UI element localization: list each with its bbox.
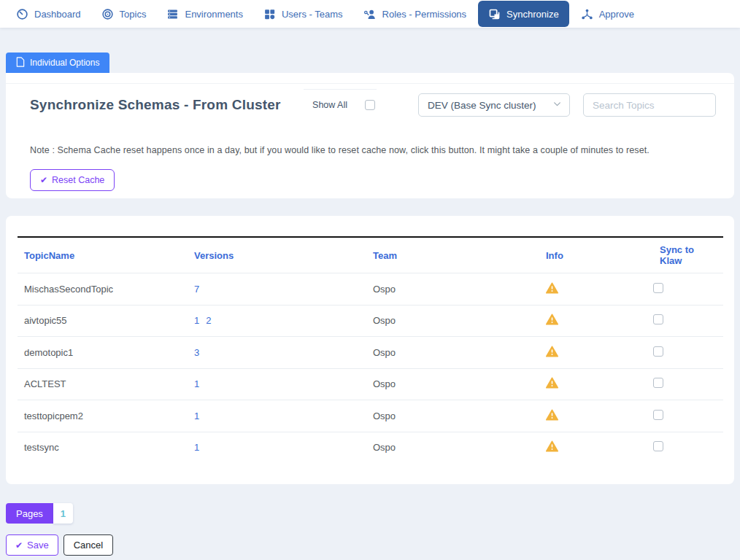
- version-link[interactable]: 1: [194, 442, 199, 453]
- cancel-button[interactable]: Cancel: [63, 534, 113, 556]
- approve-icon: [581, 8, 593, 20]
- chevron-down-icon: [552, 99, 562, 111]
- tab-label: Individual Options: [30, 58, 99, 68]
- save-label: Save: [27, 540, 49, 551]
- versions-cell: 1: [194, 378, 373, 389]
- form-actions: ✔ Save Cancel: [6, 534, 734, 556]
- versions-cell: 1: [194, 442, 373, 453]
- versions-cell: 12: [194, 315, 373, 326]
- table-row: demotopic1 3 Ospo: [18, 336, 723, 368]
- table-row: testtopicpem2 1 Ospo: [18, 400, 723, 432]
- synchronize-icon: [488, 8, 501, 20]
- pagination: Pages 1: [6, 503, 734, 524]
- warning-icon[interactable]: [546, 409, 558, 421]
- nav-item-dashboard[interactable]: Dashboard: [6, 1, 91, 27]
- version-link[interactable]: 1: [194, 411, 199, 421]
- check-icon: ✔: [15, 541, 23, 550]
- page-number-button[interactable]: 1: [53, 503, 73, 524]
- top-navbar: Dashboard Topics Environments Users - Te…: [0, 0, 740, 28]
- cluster-select-value: DEV (Base Sync cluster): [428, 100, 536, 111]
- team-cell: Ospo: [373, 442, 546, 453]
- table-header-row: TopicName Versions Team Info Sync to Kla…: [18, 236, 723, 273]
- topics-icon: [101, 8, 114, 20]
- nav-item-roles-permissions[interactable]: Roles - Permissions: [353, 1, 477, 27]
- cache-reset-note: Note : Schema Cache reset happens once i…: [30, 145, 716, 155]
- tab-individual-options[interactable]: Individual Options: [6, 52, 109, 73]
- nav-item-users-teams[interactable]: Users - Teams: [253, 1, 353, 27]
- schemas-table-panel: TopicName Versions Team Info Sync to Kla…: [6, 216, 734, 484]
- warning-icon[interactable]: [546, 440, 558, 452]
- topic-name-cell: testtopicpem2: [18, 411, 194, 421]
- nav-item-label: Approve: [599, 9, 634, 20]
- sync-to-klaw-checkbox[interactable]: [653, 441, 663, 451]
- nav-item-synchronize[interactable]: Synchronize: [478, 1, 569, 27]
- team-cell: Ospo: [373, 284, 546, 295]
- nav-item-environments[interactable]: Environments: [156, 1, 253, 27]
- roles-permissions-icon: [363, 8, 377, 20]
- table-row: testsync 1 Ospo: [18, 432, 723, 464]
- table-body: MischasSecondTopic 7 Ospo aivtopic55 12 …: [18, 273, 723, 463]
- reset-cache-label: Reset Cache: [52, 175, 104, 185]
- version-link[interactable]: 7: [194, 284, 199, 295]
- nav-item-label: Roles - Permissions: [382, 9, 467, 20]
- version-link[interactable]: 3: [194, 347, 199, 358]
- sync-schemas-panel: Synchronize Schemas - From Cluster Show …: [6, 73, 734, 198]
- topic-name-cell: MischasSecondTopic: [18, 284, 194, 295]
- col-header-team: Team: [373, 250, 546, 261]
- nav-item-label: Dashboard: [34, 9, 81, 20]
- sync-to-klaw-checkbox[interactable]: [653, 346, 663, 357]
- environments-icon: [166, 8, 179, 20]
- versions-cell: 7: [194, 284, 373, 295]
- nav-item-label: Users - Teams: [282, 9, 343, 20]
- team-cell: Ospo: [373, 378, 546, 389]
- col-header-info: Info: [546, 250, 652, 261]
- topic-name-cell: aivtopic55: [18, 315, 194, 326]
- show-all-label: Show All: [312, 100, 347, 110]
- search-topics-input[interactable]: [583, 93, 716, 117]
- show-all-group: Show All: [312, 100, 375, 110]
- page-title: Synchronize Schemas - From Cluster: [30, 97, 281, 113]
- col-header-versions: Versions: [194, 250, 373, 261]
- sync-to-klaw-checkbox[interactable]: [653, 410, 663, 420]
- table-row: aivtopic55 12 Ospo: [18, 305, 723, 337]
- warning-icon[interactable]: [546, 282, 558, 294]
- version-link[interactable]: 2: [206, 315, 211, 326]
- col-header-sync-to-klaw: Sync to Klaw: [652, 244, 718, 266]
- nav-item-approve[interactable]: Approve: [571, 1, 644, 27]
- version-link[interactable]: 1: [194, 315, 199, 326]
- save-button[interactable]: ✔ Save: [6, 534, 58, 556]
- reset-cache-button[interactable]: ✔ Reset Cache: [30, 169, 115, 191]
- team-cell: Ospo: [373, 411, 546, 421]
- version-link[interactable]: 1: [194, 378, 199, 389]
- panel-divider: [6, 73, 734, 84]
- sync-to-klaw-checkbox[interactable]: [653, 283, 663, 293]
- show-all-checkbox[interactable]: [365, 100, 375, 110]
- pages-button[interactable]: Pages: [6, 503, 53, 524]
- table-row: ACLTEST 1 Ospo: [18, 368, 723, 400]
- topic-name-cell: testsync: [18, 442, 194, 453]
- file-icon: [16, 57, 25, 69]
- cluster-select[interactable]: DEV (Base Sync cluster): [418, 93, 570, 117]
- sync-to-klaw-checkbox[interactable]: [653, 378, 663, 388]
- nav-item-label: Environments: [185, 9, 242, 20]
- warning-icon[interactable]: [546, 346, 558, 357]
- topic-name-cell: demotopic1: [18, 347, 194, 358]
- dashboard-icon: [16, 8, 28, 20]
- versions-cell: 3: [194, 347, 373, 358]
- topic-name-cell: ACLTEST: [18, 378, 194, 389]
- col-header-topicname: TopicName: [18, 250, 194, 261]
- nav-item-label: Topics: [120, 9, 147, 20]
- nav-item-topics[interactable]: Topics: [91, 1, 157, 27]
- table-row: MischasSecondTopic 7 Ospo: [18, 273, 723, 305]
- team-cell: Ospo: [373, 347, 546, 358]
- warning-icon[interactable]: [546, 377, 558, 389]
- sync-to-klaw-checkbox[interactable]: [653, 314, 663, 324]
- warning-icon[interactable]: [546, 314, 558, 325]
- versions-cell: 1: [194, 411, 373, 421]
- check-icon: ✔: [40, 176, 47, 184]
- team-cell: Ospo: [373, 315, 546, 326]
- nav-item-label: Synchronize: [506, 9, 559, 20]
- users-teams-icon: [263, 8, 276, 20]
